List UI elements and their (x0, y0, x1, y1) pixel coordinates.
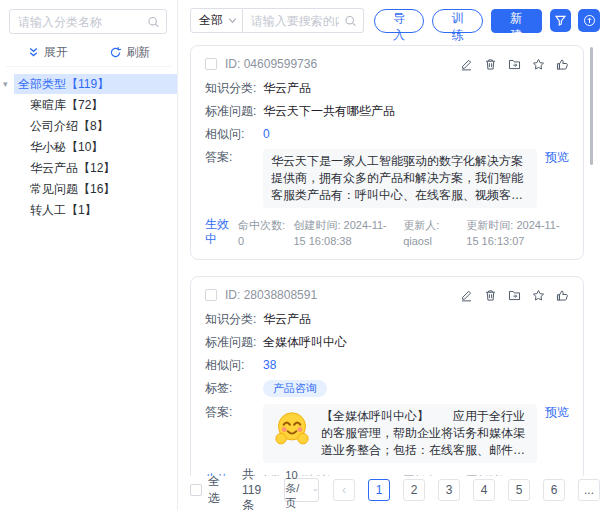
funnel-icon (554, 14, 567, 27)
import-button[interactable]: 导入 (374, 9, 425, 33)
category-value: 华云产品 (263, 80, 311, 96)
category-search-input[interactable] (9, 9, 167, 34)
id-label: ID: (225, 288, 240, 302)
sidebar-category-item[interactable]: 华小秘【10】 (14, 137, 177, 157)
tag-pill: 产品咨询 (263, 380, 327, 397)
preview-link[interactable]: 预览 (545, 149, 569, 165)
sidebar-category-label: 华小秘【10】 (30, 140, 103, 154)
preview-link[interactable]: 预览 (545, 404, 569, 420)
hit-count: 命中次数: 0 (238, 217, 286, 249)
page-button[interactable]: 2 (403, 479, 425, 501)
page-button[interactable]: 3 (438, 479, 460, 501)
refresh-icon (109, 46, 122, 59)
knowledge-card: ID: 04609599736 知识分类:华云产品 标准问题:华云天下一共有哪些… (190, 45, 584, 260)
export-button[interactable] (578, 9, 600, 32)
pagination-bar: 全选 共 119 条 10条/页 ‹123456... (190, 477, 600, 503)
sidebar-category-label: 华云产品【12】 (30, 161, 115, 175)
search-icon (147, 15, 160, 28)
search-icon (344, 14, 357, 27)
updated-by: 更新人: liucm (403, 472, 459, 476)
similar-count[interactable]: 0 (263, 126, 270, 142)
delete-icon[interactable] (484, 58, 497, 71)
scope-select[interactable]: 全部 (190, 8, 243, 33)
updated-by: 更新人: qiaosl (403, 217, 459, 249)
content-search (243, 8, 364, 33)
sidebar-category-item[interactable]: ▾全部类型【119】 (14, 74, 177, 94)
category-value: 华云产品 (263, 311, 311, 327)
refresh-button[interactable]: 刷新 (109, 44, 150, 61)
page-button[interactable]: 1 (368, 479, 390, 501)
updated-time: 更新时间: 2024-11-15 16:13:07 (466, 217, 569, 249)
move-to-folder-icon[interactable] (508, 289, 521, 302)
page-size-select[interactable]: 10条/页 (284, 478, 319, 502)
scope-select-value: 全部 (199, 12, 223, 29)
question-label: 标准问题: (205, 334, 263, 350)
card-id: 04609599736 (244, 57, 317, 71)
star-icon[interactable] (532, 58, 545, 71)
page-button[interactable]: 5 (508, 479, 530, 501)
sidebar-category-item[interactable]: 转人工【1】 (14, 200, 177, 220)
sidebar-category-item[interactable]: 寒暄库【72】 (14, 95, 177, 115)
sidebar-category-label: 全部类型【119】 (18, 77, 109, 91)
create-button[interactable]: 新建 (491, 9, 542, 33)
refresh-label: 刷新 (126, 44, 150, 61)
sidebar-actions: 展开 刷新 (6, 39, 171, 67)
prev-page-button[interactable]: ‹ (333, 479, 355, 501)
train-button[interactable]: 训练 (432, 9, 483, 33)
tree-caret-icon[interactable]: ▾ (3, 74, 8, 94)
status-badge: 生效中 (205, 217, 231, 247)
card-checkbox[interactable] (205, 58, 217, 70)
page-button[interactable]: 4 (473, 479, 495, 501)
edit-icon[interactable] (460, 289, 473, 302)
total-count: 共 119 条 (242, 466, 268, 510)
more-pages-button[interactable]: ... (578, 479, 600, 501)
expand-all-button[interactable]: 展开 (27, 44, 68, 61)
answer-label: 答案: (205, 404, 263, 420)
upload-circle-icon (583, 14, 596, 27)
answer-text: 【全媒体呼叫中心】 应用于全行业的客服管理，帮助企业将话务和媒体渠道业务整合；包… (321, 408, 529, 459)
delete-icon[interactable] (484, 289, 497, 302)
move-to-folder-icon[interactable] (508, 58, 521, 71)
pager: ‹123456... (333, 479, 600, 501)
star-icon[interactable] (532, 289, 545, 302)
select-all-label: 全选 (208, 473, 220, 507)
expand-all-label: 展开 (44, 44, 68, 61)
answer-label: 答案: (205, 149, 263, 165)
page-size-value: 10条/页 (285, 469, 309, 510)
sidebar-category-item[interactable]: 常见问题【16】 (14, 179, 177, 199)
scrollbar-thumb[interactable] (590, 47, 593, 165)
question-value: 华云天下一共有哪些产品 (263, 103, 395, 119)
edit-icon[interactable] (460, 58, 473, 71)
similar-count[interactable]: 38 (263, 357, 276, 373)
updated-time: 更新时间: 2024-11-14 17:37:17 (466, 472, 569, 476)
thumbs-up-icon[interactable] (556, 289, 569, 302)
filter-button[interactable] (550, 9, 572, 32)
sidebar-category-label: 转人工【1】 (30, 203, 97, 217)
similar-label: 相似问: (205, 357, 263, 373)
knowledge-card: ID: 28038808591 知识分类:华云产品 标准问题:全媒体呼叫中心 相… (190, 276, 584, 476)
question-label: 标准问题: (205, 103, 263, 119)
sidebar-category-item[interactable]: 公司介绍【8】 (14, 116, 177, 136)
answer-box: 【全媒体呼叫中心】 应用于全行业的客服管理，帮助企业将话务和媒体渠道业务整合；包… (263, 404, 537, 463)
similar-label: 相似问: (205, 126, 263, 142)
category-label: 知识分类: (205, 311, 263, 327)
created-time: 创建时间: 2024-11-15 16:08:38 (293, 217, 396, 249)
chevron-down-icon (313, 486, 318, 494)
chevron-down-icon (228, 16, 237, 25)
answer-box: 华云天下是一家人工智能驱动的数字化解决方案提供商，拥有众多的产品和解决方案，我们… (263, 149, 537, 208)
main-toolbar: 全部 导入 训练 新建 (190, 8, 600, 33)
thumbs-up-icon[interactable] (556, 58, 569, 71)
knowledge-main: 全部 导入 训练 新建 ID: 04609599736 (178, 0, 600, 510)
double-chevron-down-icon (27, 46, 40, 59)
sidebar-category-item[interactable]: 华云产品【12】 (14, 158, 177, 178)
category-label: 知识分类: (205, 80, 263, 96)
page-button[interactable]: 6 (543, 479, 565, 501)
id-label: ID: (225, 57, 240, 71)
tag-label: 标签: (205, 380, 263, 397)
sidebar-category-label: 公司介绍【8】 (30, 119, 109, 133)
category-tree: ▾全部类型【119】寒暄库【72】公司介绍【8】华小秘【10】华云产品【12】常… (0, 67, 177, 220)
select-all-checkbox[interactable] (190, 484, 202, 496)
knowledge-card-list: ID: 04609599736 知识分类:华云产品 标准问题:华云天下一共有哪些… (190, 45, 584, 476)
sidebar-category-label: 寒暄库【72】 (30, 98, 103, 112)
card-checkbox[interactable] (205, 289, 217, 301)
